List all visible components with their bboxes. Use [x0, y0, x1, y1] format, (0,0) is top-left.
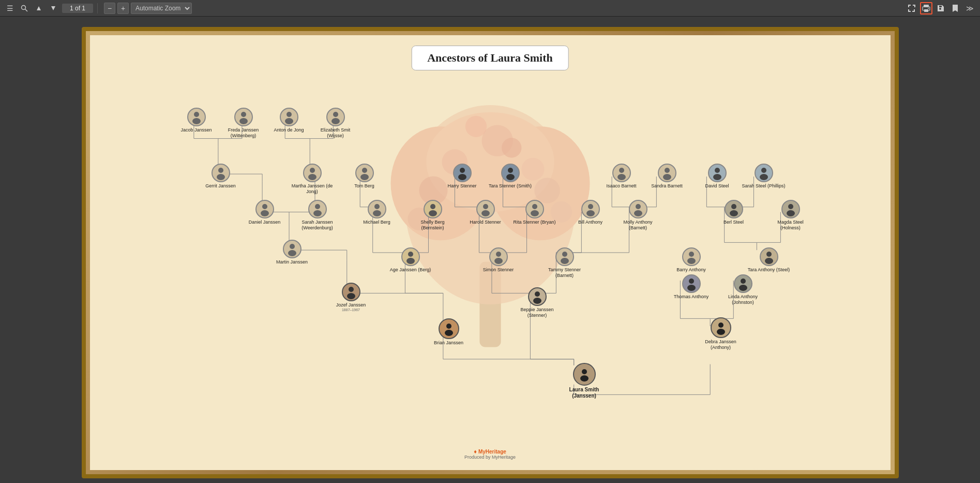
svg-point-140	[787, 210, 795, 216]
name-debra: Debra Janssen (Anthony)	[698, 339, 744, 350]
prev-page-icon[interactable]	[33, 3, 44, 14]
svg-point-133	[310, 168, 315, 173]
person-age: Age Janssen (Berg)	[387, 247, 434, 273]
name-age: Age Janssen (Berg)	[387, 267, 434, 273]
svg-point-135	[362, 168, 367, 173]
svg-point-161	[408, 252, 413, 257]
zoom-out-button[interactable]: −	[104, 3, 115, 14]
person-thomas: Thomas Anthony	[668, 274, 715, 300]
svg-point-158	[765, 258, 773, 264]
svg-point-0	[22, 5, 26, 9]
person-magda: Magda Steel (Holness)	[767, 200, 814, 231]
person-gerrit: Gerrit Janssen	[198, 164, 244, 189]
name-martin: Martin Janssen	[269, 259, 315, 265]
svg-point-130	[760, 174, 768, 180]
svg-point-149	[483, 204, 488, 209]
svg-point-141	[262, 204, 267, 209]
svg-point-113	[241, 112, 246, 117]
person-bill: Bill Anthony	[567, 200, 614, 225]
bookmark-icon[interactable]	[949, 2, 961, 14]
name-martha: Martha Janssen (de Jong)	[289, 183, 336, 195]
svg-point-173	[689, 279, 694, 284]
name-david: David Steel	[694, 183, 741, 189]
name-shelly: Shelly Berg (Bernstein)	[410, 219, 456, 231]
name-anton: Anton de Jong	[266, 127, 312, 133]
fullscreen-icon[interactable]	[906, 2, 918, 14]
svg-point-156	[634, 210, 642, 216]
person-david: David Steel	[694, 164, 741, 189]
svg-point-159	[290, 244, 295, 249]
name-tara-s: Tara Stenner (Smith)	[487, 183, 534, 189]
divider-1	[97, 3, 98, 13]
name-tara-a: Tara Anthony (Steel)	[746, 267, 792, 273]
avatar-daniel	[255, 200, 274, 218]
save-icon[interactable]	[934, 2, 947, 14]
avatar-harry	[453, 164, 472, 182]
svg-point-165	[562, 252, 567, 257]
svg-point-134	[308, 174, 316, 180]
svg-point-150	[481, 210, 490, 216]
name-simon: Simon Stenner	[475, 267, 522, 273]
person-sarah-j: Sarah Janssen (Weerdenburg)	[294, 200, 341, 231]
search-icon[interactable]	[19, 3, 30, 14]
svg-point-171	[535, 291, 540, 297]
svg-point-181	[582, 369, 587, 374]
person-jozef: Jozef Janssen 1887–1967	[328, 283, 374, 312]
svg-point-163	[496, 252, 501, 257]
person-brian: Brian Janssen	[426, 318, 472, 346]
svg-point-119	[460, 168, 465, 173]
more-tools-icon[interactable]: ≫	[963, 2, 976, 14]
person-tara-a: Tara Anthony (Steel)	[746, 247, 792, 273]
svg-point-168	[687, 258, 696, 264]
avatar-tom	[355, 164, 374, 182]
svg-point-154	[586, 210, 595, 216]
svg-point-18	[465, 116, 486, 137]
person-harry: Harry Stenner	[439, 164, 486, 189]
svg-point-174	[687, 285, 696, 291]
svg-point-137	[731, 204, 736, 209]
svg-rect-6	[924, 9, 928, 12]
name-sandra: Sandra Barnett	[644, 183, 690, 189]
avatar-martin	[283, 240, 301, 258]
svg-point-121	[508, 168, 513, 173]
svg-point-142	[261, 210, 269, 216]
avatar-freda	[234, 108, 253, 126]
chart-inner: Ancestors of Laura Smith Jacob Janssen F…	[90, 35, 891, 470]
avatar-jacob	[187, 108, 206, 126]
person-sandra: Sandra Barnett	[644, 164, 690, 189]
name-linda: Linda Anthony (Johnston)	[720, 294, 766, 305]
zoom-control: − + Automatic Zoom	[104, 3, 192, 14]
print-button[interactable]	[920, 2, 932, 14]
myheritage-brand: ♦ MyHeritage	[464, 448, 516, 455]
name-tom: Tom Berg	[341, 183, 388, 189]
avatar-elizabeth	[326, 108, 345, 126]
avatar-simon	[489, 247, 508, 266]
person-harold: Harold Stenner	[462, 200, 509, 225]
avatar-tara-s	[501, 164, 520, 182]
person-michael: Michael Berg	[354, 200, 400, 225]
svg-point-155	[636, 204, 641, 209]
avatar-berl	[725, 200, 743, 218]
avatar-gerrit	[212, 164, 230, 182]
svg-point-178	[445, 330, 453, 336]
avatar-barry	[682, 247, 701, 266]
svg-point-124	[617, 174, 626, 180]
svg-point-19	[502, 138, 522, 158]
avatar-debra	[711, 317, 731, 338]
svg-line-1	[25, 9, 28, 11]
avatar-brian	[439, 318, 459, 339]
svg-point-129	[761, 168, 766, 173]
produced-by: Produced by MyHeritage	[464, 455, 516, 460]
toolbar-right: ≫	[906, 2, 976, 14]
sidebar-toggle-icon[interactable]: ☰	[4, 3, 16, 14]
person-elizabeth: Elizabeth Smit (Wijsse)	[312, 108, 359, 139]
zoom-select[interactable]: Automatic Zoom	[131, 3, 192, 14]
name-tammy: Tammy Stenner (Barnett)	[541, 267, 588, 279]
next-page-icon[interactable]	[48, 3, 59, 14]
svg-point-167	[689, 252, 694, 257]
svg-point-179	[718, 323, 723, 328]
person-sarah-st: Sarah Steel (Phillips)	[741, 164, 787, 189]
person-tom: Tom Berg	[341, 164, 388, 189]
zoom-in-button[interactable]: +	[117, 3, 129, 14]
name-sarah-j: Sarah Janssen (Weerdenburg)	[294, 219, 341, 231]
